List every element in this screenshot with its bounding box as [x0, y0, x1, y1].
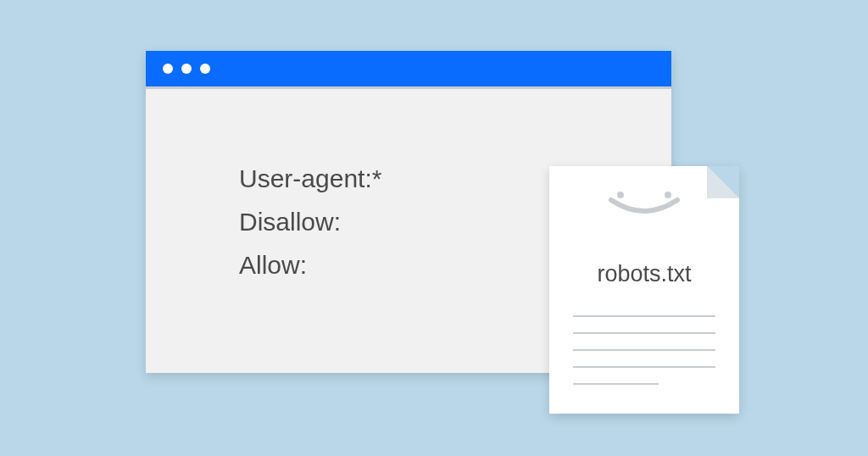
- window-control-dot: [163, 64, 173, 74]
- file-card: robots.txt: [549, 166, 739, 414]
- text-line-placeholder: [573, 383, 659, 385]
- text-line-placeholder: [573, 315, 715, 317]
- text-line-placeholder: [573, 366, 715, 368]
- title-bar: [146, 51, 671, 86]
- file-content-lines: [573, 315, 715, 400]
- window-control-dot: [181, 64, 192, 74]
- text-line-placeholder: [573, 332, 715, 334]
- window-control-dot: [200, 64, 210, 74]
- smiley-face-icon: [549, 192, 739, 222]
- smile-icon: [604, 190, 684, 222]
- text-line-placeholder: [573, 349, 715, 351]
- file-name-label: robots.txt: [549, 261, 739, 287]
